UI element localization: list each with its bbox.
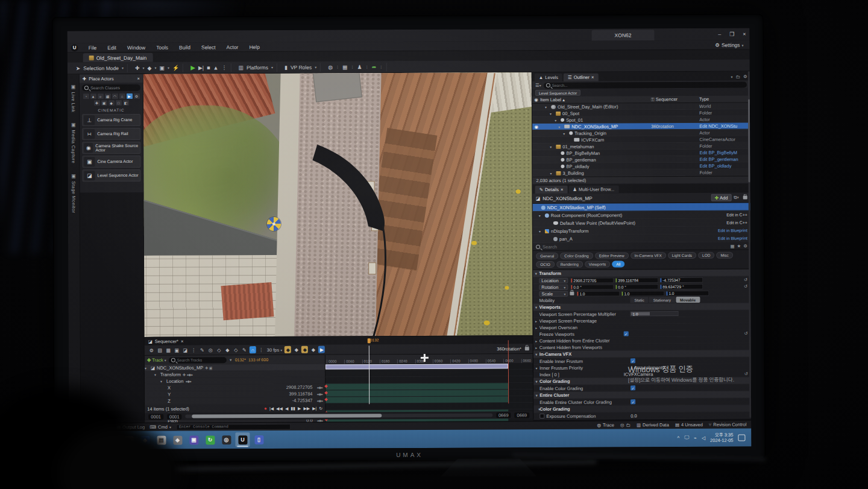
sequencer-tool-icon[interactable]: ◇ [216,346,222,353]
edit-link[interactable]: Edit in Blueprint [718,236,750,240]
axis-dropdown[interactable]: Scale▾ [539,291,568,296]
close-icon[interactable]: × [591,75,594,80]
menu-item[interactable]: Help [244,44,265,50]
folder-icon[interactable]: 🗀 [736,74,741,80]
gear-icon[interactable]: ⚙ [743,74,747,80]
transport-button[interactable]: ▮▮ [291,406,295,411]
add-track-button[interactable]: ✚Track▾ [147,358,166,363]
tab-levels[interactable]: ▲Levels [535,74,562,81]
reset-icon[interactable]: ↺ [744,330,747,336]
close-icon[interactable]: × [561,187,563,192]
close-icon[interactable]: × [137,75,139,81]
checkbox[interactable]: ✓ [631,385,635,390]
reset-icon[interactable]: ↺ [744,277,747,282]
folder-icon[interactable]: 🗀 [626,422,631,427]
checkbox[interactable]: ✓ [623,331,628,336]
settings-icon[interactable]: ⚙ [743,243,747,248]
lock-icon[interactable] [525,347,529,350]
transport-button[interactable]: ◀◀ [276,406,283,411]
menu-item[interactable]: Select [196,44,221,50]
switchboard-icon[interactable]: ♟ [357,64,362,70]
eject-icon[interactable]: ▲ [213,65,219,71]
type-column-header[interactable]: Type [699,96,750,102]
axis-dropdown[interactable]: Location▾ [539,277,568,283]
category-icon[interactable]: ☼ [97,93,103,99]
menu-item[interactable]: Edit [102,45,122,51]
fps-dropdown[interactable]: 30 fps▾ [267,347,282,352]
sequencer-tool-icon[interactable]: ◆ [224,346,231,353]
category-tab[interactable]: Editor Preview [595,252,629,259]
sequencer-tool-icon[interactable]: ✎ [241,346,248,353]
search-tracks-input[interactable]: Search Tracks [169,357,227,363]
work-range-end[interactable]: 0669 [496,412,511,418]
stop-icon[interactable]: ■ [207,65,210,71]
scale-lock-icon[interactable] [570,292,574,295]
cinematics-icon[interactable]: ▣ [159,65,165,71]
place-actor-item[interactable]: ∺ Camera Rig Rail [82,128,140,140]
sequencer-tab[interactable]: Sequencer* [155,339,178,344]
view-range-end[interactable]: 0669 [515,412,530,418]
category-icon[interactable]: ▣ [101,100,107,106]
selection-mode-dropdown[interactable]: ➤ Selection Mode▾ [72,64,128,72]
category-icon[interactable]: ◔ [83,93,89,99]
recorder-icon[interactable]: ➦ [372,64,377,70]
sequencer-tool-icon[interactable]: ◇ [233,346,239,353]
place-actor-item[interactable]: ⊥ Camera Rig Crane [82,114,140,126]
item-label-header[interactable]: Item Label ▴ [540,96,651,103]
component-options-icon[interactable]: ⧉▾ [734,195,738,201]
filter-icon[interactable]: ☰▾ [535,83,541,88]
category-icon[interactable]: □ [115,100,121,106]
grid-icon[interactable]: ▦ [730,243,734,248]
reset-icon[interactable]: ↺ [744,283,747,289]
transport-button[interactable]: ↻ [319,406,322,411]
category-icon[interactable]: ⚙ [133,93,139,99]
y-value-field[interactable]: 1.0 [621,291,664,296]
close-icon[interactable]: × [181,339,183,344]
rail-tab[interactable]: ▣ Stage Monitor [68,173,80,213]
revision-control-button[interactable]: ⑂Revision Control [709,422,747,427]
category-icon[interactable]: ⌂ [119,93,125,99]
clock[interactable]: 오후 3:35 2024-12-05 [710,432,733,443]
rail-tab[interactable]: ▣ Live Link [68,84,79,112]
search-classes-input[interactable]: Search Classes [82,84,140,91]
reset-icon[interactable]: ↺ [744,371,748,376]
favorites-icon[interactable]: ★ [737,243,741,248]
close-button[interactable]: × [743,31,746,37]
menu-item[interactable]: File [83,45,102,51]
tab-multi-user[interactable]: ♟Multi-User Brow... [568,185,618,193]
taskbar-app[interactable]: U [235,432,250,447]
category-icon[interactable]: ▲ [90,93,96,99]
category-tab[interactable]: LOD [698,252,714,259]
x-value-field[interactable]: 0.0 ° [570,284,614,289]
ndisplay-icon[interactable]: ▦ [342,64,348,70]
outliner-search-input[interactable]: Search... [544,81,747,88]
taskbar-app[interactable]: ◎ [219,432,233,447]
y-value-field[interactable]: 399.116784 [615,277,658,283]
taskbar-app[interactable]: ↻ [203,432,217,447]
place-actor-item[interactable]: ◪ Level Sequence Actor [82,169,140,181]
settings-button[interactable]: ⚙ Settings▾ [715,40,743,50]
category-icon[interactable]: ◧ [122,100,128,106]
category-tab[interactable]: General [536,253,558,259]
keyframe-tool-icon[interactable]: ▶ [318,346,325,353]
keyframe-tool-icon[interactable]: ◆ [310,346,316,353]
tab-outliner[interactable]: ☰Outliner× [564,74,598,81]
transport-button[interactable]: ◀ [285,406,288,411]
place-actor-item[interactable]: ▣ Cine Camera Actor [82,156,140,168]
console-command-input[interactable]: Enter Console Command [176,423,291,430]
play-icon[interactable]: ▶ [190,65,195,71]
work-range-start[interactable]: 0001 [167,414,182,419]
sequencer-tool-icon[interactable]: ◪ [182,347,189,354]
sequencer-tool-icon[interactable]: ▤ [157,347,163,354]
taskbar-app[interactable]: ▣ [186,433,201,447]
stage-icon[interactable]: ◍ [328,64,333,70]
category-tab[interactable]: Color Grading [560,253,593,259]
category-icon[interactable]: ▶ [126,93,132,99]
keyframe-tool-icon[interactable]: ◆ [293,346,300,353]
checkbox[interactable]: ✓ [631,358,635,363]
view-range-start[interactable]: 0001 [148,414,163,419]
sequencer-tool-icon[interactable]: ⋮ [190,347,197,354]
add-component-button[interactable]: ✚Add [711,194,732,201]
trace-button[interactable]: ◍Trace [597,423,614,428]
details-search-input[interactable]: Search [542,244,557,249]
